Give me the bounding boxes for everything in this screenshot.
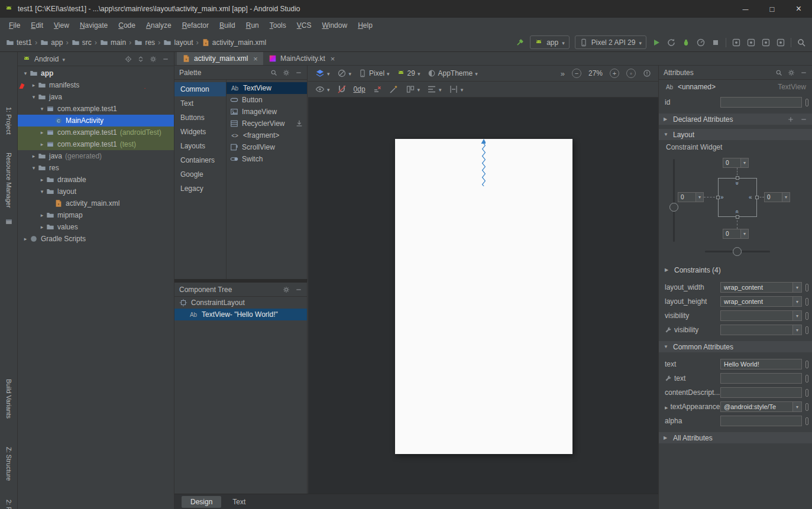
chevron-down-icon[interactable] (740, 158, 748, 167)
project-tree-item-com-example-test1-androidtest[interactable]: com.example.test1(androidTest) (18, 127, 174, 138)
palette-category-widgets[interactable]: Widgets (174, 125, 226, 139)
breadcrumb-main[interactable]: main (100, 38, 126, 47)
project-tree-item-java[interactable]: java (18, 91, 174, 103)
breadcrumb-app[interactable]: app (40, 38, 63, 47)
tool-window-button-z-structure[interactable]: Z: Structure (5, 447, 12, 481)
project-tree-item-activity-main-xml[interactable]: activity_main.xml (18, 197, 174, 209)
tree-chevron-icon[interactable] (21, 70, 30, 76)
orientation-select[interactable] (337, 69, 352, 78)
gear-icon[interactable] (788, 69, 795, 76)
visibility-select[interactable] (720, 325, 802, 335)
anchor-right[interactable] (755, 196, 759, 199)
menu-file[interactable]: File (4, 18, 25, 33)
default-margin-select[interactable]: 0dp (354, 85, 365, 93)
sdk-manager-button[interactable] (761, 38, 771, 47)
tool-window-button-2-favorites[interactable]: 2: Favorites (5, 500, 12, 509)
menu-code[interactable]: Code (113, 18, 141, 33)
anchor-top[interactable] (736, 176, 739, 180)
contentdescript-input[interactable] (720, 387, 802, 398)
chevron-down-icon[interactable] (792, 311, 801, 320)
favorite-pill[interactable] (805, 389, 808, 397)
project-tree-item-layout[interactable]: layout (18, 186, 174, 197)
layout-width-select[interactable]: wrap_content (720, 282, 802, 293)
chevron-down-icon[interactable] (792, 283, 801, 292)
device-select[interactable]: Pixel 2 API 29 (575, 35, 646, 49)
tool-window-button-resource-manager[interactable]: Resource Manager (5, 153, 12, 208)
design-canvas[interactable]: Hello World! (308, 98, 658, 494)
favorite-pill[interactable] (805, 375, 808, 382)
project-tree-item-values[interactable]: values (18, 221, 174, 233)
tree-chevron-icon[interactable] (21, 236, 30, 242)
section-layout[interactable]: Layout (659, 129, 812, 140)
hide-panel-icon[interactable] (295, 69, 302, 76)
guidelines-menu[interactable] (449, 85, 464, 94)
textappearance-select[interactable]: @android:style/Te (720, 401, 802, 412)
profiler-button[interactable] (696, 38, 706, 47)
vertical-bias-slider[interactable] (673, 159, 675, 242)
project-tree-item-drawable[interactable]: drawable (18, 174, 174, 186)
locate-file-icon[interactable] (125, 56, 132, 63)
menu-window[interactable]: Window (316, 18, 352, 33)
project-tree-item-mainactivity[interactable]: MainActivity (18, 115, 174, 127)
margin-left-select[interactable]: 0 (678, 192, 704, 202)
design-surface-select[interactable] (315, 69, 330, 78)
api-version-menu[interactable]: 29 (397, 69, 420, 77)
view-options-button[interactable] (315, 85, 330, 94)
component-tree-item-constraintlayout[interactable]: ConstraintLayout (174, 297, 307, 309)
favorite-pill[interactable] (805, 361, 808, 368)
palette-category-layouts[interactable]: Layouts (174, 139, 226, 153)
menu-analyze[interactable]: Analyze (141, 18, 177, 33)
section-constraints[interactable]: Constraints (4) (659, 264, 812, 275)
chevron-down-icon[interactable] (792, 297, 801, 306)
sync-project-button[interactable] (732, 38, 741, 47)
tree-chevron-icon[interactable] (38, 189, 46, 194)
palette-item-recyclerview[interactable]: RecyclerView (227, 118, 307, 129)
menu-edit[interactable]: Edit (25, 18, 48, 33)
infer-constraints-icon[interactable] (389, 85, 399, 94)
menu-run[interactable]: Run (241, 18, 264, 33)
favorite-pill[interactable] (805, 417, 808, 425)
autoconnect-off-icon[interactable] (337, 85, 347, 94)
pack-menu[interactable] (406, 85, 420, 94)
palette-item-textview[interactable]: TextView (227, 82, 307, 94)
collapse-all-icon[interactable] (137, 56, 144, 63)
menu-tools[interactable]: Tools (264, 18, 292, 33)
zoom-in-button[interactable] (610, 69, 619, 78)
search-icon[interactable] (270, 69, 277, 76)
align-menu[interactable] (427, 85, 442, 94)
menu-help[interactable]: Help (352, 18, 378, 33)
palette-item-button[interactable]: Button (227, 94, 307, 106)
palette-category-text[interactable]: Text (174, 96, 226, 111)
tree-chevron-icon[interactable] (38, 224, 46, 230)
chevron-down-icon[interactable] (792, 402, 801, 411)
favorite-pill[interactable] (805, 403, 808, 411)
editor-tab-mainactivity-kt[interactable]: MainActivity.kt (263, 52, 340, 65)
id-input[interactable] (720, 97, 802, 108)
anchor-left[interactable] (716, 196, 720, 199)
gear-icon[interactable] (283, 69, 290, 76)
breadcrumb-activity-main-xml[interactable]: activity_main.xml (202, 38, 266, 47)
project-tree-item-java-generated[interactable]: java(generated) (18, 150, 174, 162)
editor-tab-activity-main-xml[interactable]: activity_main.xml (177, 52, 263, 65)
chevron-down-icon[interactable] (740, 229, 748, 238)
chevron-down-icon[interactable] (792, 325, 801, 335)
palette-category-legacy[interactable]: Legacy (174, 181, 226, 196)
palette-item-switch[interactable]: Switch (227, 153, 307, 165)
section-all-attributes[interactable]: All Attributes (659, 432, 812, 443)
build-icon[interactable] (515, 38, 525, 47)
margin-top-select[interactable]: 0 (723, 158, 749, 168)
tree-chevron-icon[interactable] (38, 129, 46, 135)
close-tab-icon[interactable] (331, 55, 335, 63)
project-tree-item-mipmap[interactable]: mipmap (18, 209, 174, 221)
menu-vcs[interactable]: VCS (292, 18, 317, 33)
gear-icon[interactable] (283, 286, 290, 293)
breadcrumb-layout[interactable]: layout (163, 38, 193, 47)
breadcrumb-test1[interactable]: test1 (6, 38, 32, 47)
hide-panel-icon[interactable] (800, 69, 807, 76)
tree-chevron-icon[interactable] (30, 165, 38, 171)
palette-item-fragment[interactable]: <fragment> (227, 129, 307, 141)
favorite-pill[interactable] (805, 99, 808, 106)
horizontal-bias-knob[interactable] (733, 247, 742, 256)
maximize-button[interactable] (759, 0, 785, 18)
run-button[interactable] (652, 38, 661, 47)
